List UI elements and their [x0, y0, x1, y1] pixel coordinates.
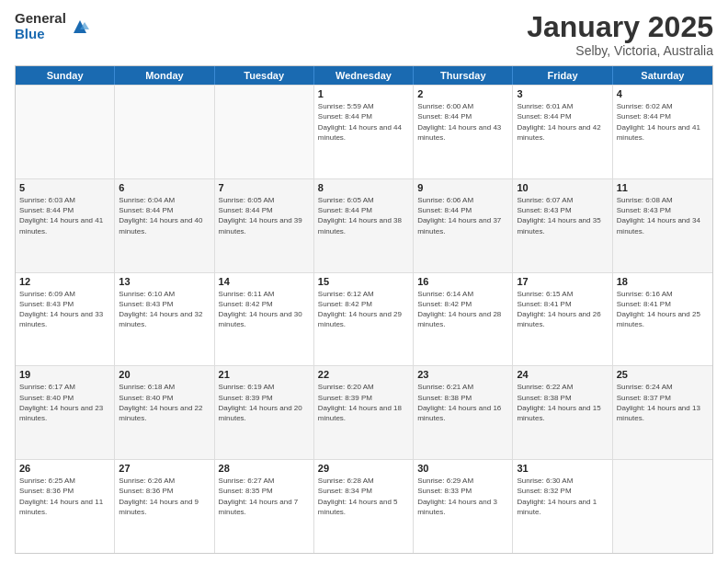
day-info: Sunrise: 6:09 AM Sunset: 8:43 PM Dayligh…: [19, 289, 110, 330]
day-number: 22: [318, 369, 409, 380]
day-info: Sunrise: 6:30 AM Sunset: 8:32 PM Dayligh…: [517, 476, 608, 517]
day-number: 29: [318, 463, 409, 474]
calendar-row-2: 12Sunrise: 6:09 AM Sunset: 8:43 PM Dayli…: [16, 272, 712, 366]
empty-cell: [613, 460, 712, 553]
day-cell-12: 12Sunrise: 6:09 AM Sunset: 8:43 PM Dayli…: [16, 273, 115, 366]
title-month: January 2025: [527, 11, 713, 43]
day-cell-7: 7Sunrise: 6:05 AM Sunset: 8:44 PM Daylig…: [215, 179, 314, 272]
day-info: Sunrise: 6:22 AM Sunset: 8:38 PM Dayligh…: [517, 382, 608, 423]
day-info: Sunrise: 6:14 AM Sunset: 8:42 PM Dayligh…: [417, 289, 508, 330]
day-info: Sunrise: 6:10 AM Sunset: 8:43 PM Dayligh…: [119, 289, 210, 330]
day-info: Sunrise: 6:27 AM Sunset: 8:35 PM Dayligh…: [219, 476, 310, 517]
day-number: 3: [517, 88, 608, 99]
calendar-row-1: 5Sunrise: 6:03 AM Sunset: 8:44 PM Daylig…: [16, 178, 712, 272]
day-number: 31: [517, 463, 608, 474]
day-number: 25: [617, 369, 709, 380]
day-info: Sunrise: 6:26 AM Sunset: 8:36 PM Dayligh…: [119, 476, 210, 517]
day-info: Sunrise: 6:07 AM Sunset: 8:43 PM Dayligh…: [517, 195, 608, 236]
day-cell-18: 18Sunrise: 6:16 AM Sunset: 8:41 PM Dayli…: [613, 273, 712, 366]
day-info: Sunrise: 6:20 AM Sunset: 8:39 PM Dayligh…: [318, 382, 409, 423]
day-cell-24: 24Sunrise: 6:22 AM Sunset: 8:38 PM Dayli…: [513, 366, 612, 459]
header-cell-sunday: Sunday: [16, 66, 115, 85]
header-cell-friday: Friday: [513, 66, 612, 85]
logo-blue-text: Blue: [15, 27, 66, 42]
day-number: 24: [517, 369, 608, 380]
day-cell-25: 25Sunrise: 6:24 AM Sunset: 8:37 PM Dayli…: [613, 366, 712, 459]
logo-general-text: General: [15, 11, 66, 27]
day-number: 10: [517, 182, 608, 193]
day-info: Sunrise: 6:19 AM Sunset: 8:39 PM Dayligh…: [219, 382, 310, 423]
day-info: Sunrise: 6:29 AM Sunset: 8:33 PM Dayligh…: [417, 476, 508, 517]
header-cell-monday: Monday: [115, 66, 214, 85]
day-number: 17: [517, 276, 608, 287]
day-number: 21: [219, 369, 310, 380]
day-cell-20: 20Sunrise: 6:18 AM Sunset: 8:40 PM Dayli…: [115, 366, 214, 459]
header-cell-thursday: Thursday: [414, 66, 513, 85]
day-number: 23: [417, 369, 508, 380]
day-cell-31: 31Sunrise: 6:30 AM Sunset: 8:32 PM Dayli…: [513, 460, 612, 553]
day-cell-6: 6Sunrise: 6:04 AM Sunset: 8:44 PM Daylig…: [115, 179, 214, 272]
day-number: 19: [19, 369, 110, 380]
day-number: 16: [417, 276, 508, 287]
day-number: 6: [119, 182, 210, 193]
header-cell-saturday: Saturday: [613, 66, 712, 85]
day-cell-8: 8Sunrise: 6:05 AM Sunset: 8:44 PM Daylig…: [314, 179, 414, 272]
day-info: Sunrise: 6:03 AM Sunset: 8:44 PM Dayligh…: [19, 195, 110, 236]
day-cell-11: 11Sunrise: 6:08 AM Sunset: 8:43 PM Dayli…: [613, 179, 712, 272]
day-cell-16: 16Sunrise: 6:14 AM Sunset: 8:42 PM Dayli…: [414, 273, 513, 366]
day-number: 15: [318, 276, 409, 287]
day-info: Sunrise: 6:08 AM Sunset: 8:43 PM Dayligh…: [617, 195, 709, 236]
calendar-body: 1Sunrise: 5:59 AM Sunset: 8:44 PM Daylig…: [16, 85, 712, 553]
logo: General Blue: [15, 11, 90, 41]
day-number: 27: [119, 463, 210, 474]
day-info: Sunrise: 6:25 AM Sunset: 8:36 PM Dayligh…: [19, 476, 110, 517]
day-info: Sunrise: 6:01 AM Sunset: 8:44 PM Dayligh…: [517, 101, 608, 143]
day-number: 12: [19, 276, 110, 287]
title-location: Selby, Victoria, Australia: [527, 43, 713, 58]
calendar: SundayMondayTuesdayWednesdayThursdayFrid…: [15, 65, 713, 554]
day-number: 2: [417, 88, 508, 99]
day-number: 8: [318, 182, 409, 193]
header-cell-tuesday: Tuesday: [215, 66, 314, 85]
day-number: 5: [19, 182, 110, 193]
day-cell-29: 29Sunrise: 6:28 AM Sunset: 8:34 PM Dayli…: [314, 460, 414, 553]
logo-icon: [70, 17, 90, 37]
day-cell-23: 23Sunrise: 6:21 AM Sunset: 8:38 PM Dayli…: [414, 366, 513, 459]
page: General Blue January 2025 Selby, Victori…: [0, 0, 728, 563]
calendar-header: SundayMondayTuesdayWednesdayThursdayFrid…: [16, 66, 712, 85]
day-info: Sunrise: 6:15 AM Sunset: 8:41 PM Dayligh…: [517, 289, 608, 330]
day-number: 11: [617, 182, 709, 193]
day-info: Sunrise: 6:16 AM Sunset: 8:41 PM Dayligh…: [617, 289, 709, 330]
day-number: 7: [219, 182, 310, 193]
day-info: Sunrise: 6:05 AM Sunset: 8:44 PM Dayligh…: [219, 195, 310, 236]
day-cell-13: 13Sunrise: 6:10 AM Sunset: 8:43 PM Dayli…: [115, 273, 214, 366]
day-cell-19: 19Sunrise: 6:17 AM Sunset: 8:40 PM Dayli…: [16, 366, 115, 459]
day-number: 18: [617, 276, 709, 287]
day-info: Sunrise: 6:04 AM Sunset: 8:44 PM Dayligh…: [119, 195, 210, 236]
empty-cell: [215, 86, 314, 178]
header: General Blue January 2025 Selby, Victori…: [15, 11, 713, 58]
day-number: 26: [19, 463, 110, 474]
day-info: Sunrise: 6:28 AM Sunset: 8:34 PM Dayligh…: [318, 476, 409, 517]
day-number: 9: [417, 182, 508, 193]
day-info: Sunrise: 6:00 AM Sunset: 8:44 PM Dayligh…: [417, 101, 508, 143]
day-info: Sunrise: 6:12 AM Sunset: 8:42 PM Dayligh…: [318, 289, 409, 330]
empty-cell: [115, 86, 214, 178]
day-info: Sunrise: 5:59 AM Sunset: 8:44 PM Dayligh…: [318, 101, 409, 143]
empty-cell: [16, 86, 115, 178]
day-number: 14: [219, 276, 310, 287]
day-cell-27: 27Sunrise: 6:26 AM Sunset: 8:36 PM Dayli…: [115, 460, 214, 553]
title-block: January 2025 Selby, Victoria, Australia: [527, 11, 713, 58]
day-info: Sunrise: 6:18 AM Sunset: 8:40 PM Dayligh…: [119, 382, 210, 423]
day-number: 28: [219, 463, 310, 474]
day-cell-1: 1Sunrise: 5:59 AM Sunset: 8:44 PM Daylig…: [314, 86, 414, 178]
day-cell-5: 5Sunrise: 6:03 AM Sunset: 8:44 PM Daylig…: [16, 179, 115, 272]
header-cell-wednesday: Wednesday: [314, 66, 414, 85]
day-cell-17: 17Sunrise: 6:15 AM Sunset: 8:41 PM Dayli…: [513, 273, 612, 366]
day-cell-10: 10Sunrise: 6:07 AM Sunset: 8:43 PM Dayli…: [513, 179, 612, 272]
calendar-row-0: 1Sunrise: 5:59 AM Sunset: 8:44 PM Daylig…: [16, 85, 712, 178]
day-number: 4: [617, 88, 709, 99]
day-cell-14: 14Sunrise: 6:11 AM Sunset: 8:42 PM Dayli…: [215, 273, 314, 366]
day-info: Sunrise: 6:21 AM Sunset: 8:38 PM Dayligh…: [417, 382, 508, 423]
day-cell-28: 28Sunrise: 6:27 AM Sunset: 8:35 PM Dayli…: [215, 460, 314, 553]
